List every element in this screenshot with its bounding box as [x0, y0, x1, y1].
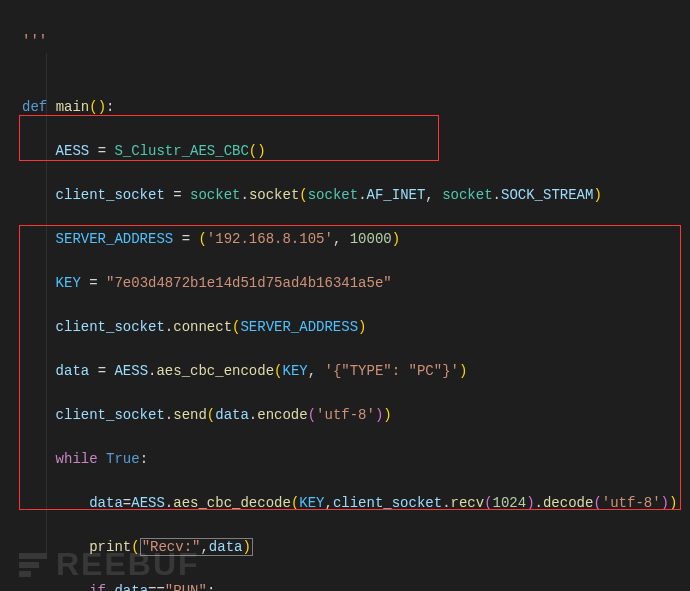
code-line: print("Recv:",data) — [22, 536, 690, 558]
code-line: data = AESS.aes_cbc_encode(KEY, '{"TYPE"… — [22, 360, 690, 382]
code-line: client_socket.connect(SERVER_ADDRESS) — [22, 316, 690, 338]
code-editor[interactable]: ''' def main(): AESS = S_Clustr_AES_CBC(… — [0, 0, 690, 591]
code-line: while True: — [22, 448, 690, 470]
code-line: client_socket = socket.socket(socket.AF_… — [22, 184, 690, 206]
code-line: if data=="RUN": — [22, 580, 690, 591]
code-line: client_socket.send(data.encode('utf-8')) — [22, 404, 690, 426]
code-line: def main(): — [22, 96, 690, 118]
code-line: AESS = S_Clustr_AES_CBC() — [22, 140, 690, 162]
code-line: SERVER_ADDRESS = ('192.168.8.105', 10000… — [22, 228, 690, 250]
code-line: ''' — [22, 30, 690, 52]
code-line: KEY = "7e03d4872b1e14d51d75ad4b16341a5e" — [22, 272, 690, 294]
code-line: data=AESS.aes_cbc_decode(KEY,client_sock… — [22, 492, 690, 514]
